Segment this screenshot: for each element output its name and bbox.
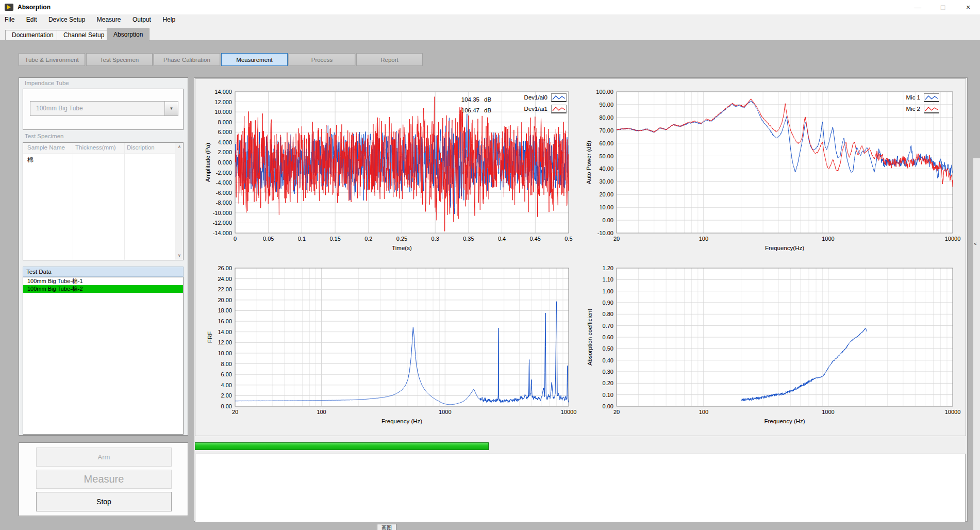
- waveform-icon[interactable]: [924, 93, 939, 102]
- subtab-process[interactable]: Process: [289, 53, 355, 66]
- svg-text:90.00: 90.00: [599, 102, 613, 108]
- subtab-measurement[interactable]: Measurement: [221, 53, 288, 66]
- svg-text:-12.000: -12.000: [213, 220, 232, 226]
- legend-item-mic2[interactable]: Mic 2: [894, 103, 939, 114]
- legend-item-mic1[interactable]: Mic 1: [894, 92, 939, 103]
- svg-text:Absorption coefficient: Absorption coefficient: [587, 308, 593, 366]
- svg-text:1000: 1000: [822, 409, 834, 415]
- svg-text:26.00: 26.00: [218, 265, 232, 271]
- svg-text:6.00: 6.00: [221, 371, 232, 377]
- svg-text:8.00: 8.00: [221, 361, 232, 367]
- legend-label: Mic 2: [894, 106, 920, 112]
- svg-text:24.00: 24.00: [218, 276, 232, 282]
- svg-text:-6.000: -6.000: [216, 190, 232, 196]
- readout-ai0-unit: dB: [484, 96, 491, 103]
- svg-text:10.00: 10.00: [218, 350, 232, 356]
- menu-measure[interactable]: Measure: [92, 14, 126, 25]
- svg-text:0.1: 0.1: [298, 236, 306, 242]
- svg-text:20: 20: [613, 409, 620, 415]
- column-sample-name: Sample Name: [27, 144, 65, 151]
- column-divider: [124, 143, 125, 260]
- menu-device-setup[interactable]: Device Setup: [44, 14, 90, 25]
- close-button[interactable]: ×: [956, 0, 980, 14]
- svg-text:0.15: 0.15: [329, 236, 340, 242]
- svg-text:80.00: 80.00: [599, 114, 613, 121]
- table-scrollbar[interactable]: ∧ ∨: [175, 143, 183, 260]
- chart-frf: 2010010001000026.0024.0022.0020.0018.001…: [198, 261, 575, 433]
- list-item-selected[interactable]: 100mm Big Tube-棉-2: [23, 285, 183, 293]
- svg-text:-4.000: -4.000: [216, 179, 232, 186]
- svg-text:-10.000: -10.000: [213, 210, 232, 216]
- svg-text:14.00: 14.00: [218, 329, 232, 335]
- column-divider: [73, 143, 73, 260]
- svg-text:0.30: 0.30: [603, 369, 613, 375]
- subtab-tube-environment[interactable]: Tube & Environment: [19, 53, 85, 66]
- subtab-report[interactable]: Report: [356, 53, 423, 66]
- waveform-icon[interactable]: [924, 105, 939, 113]
- scroll-up-icon[interactable]: ∧: [175, 143, 184, 151]
- test-data-list[interactable]: 100mm Big Tube-棉-1 100mm Big Tube-棉-2: [23, 277, 184, 435]
- menu-output[interactable]: Output: [128, 14, 156, 25]
- progress-bar: [195, 442, 489, 450]
- svg-text:0.45: 0.45: [530, 236, 541, 242]
- tab-channel-setup[interactable]: Channel Setup: [57, 30, 111, 40]
- measure-button: Measure: [36, 470, 172, 489]
- svg-text:10.000: 10.000: [214, 109, 232, 115]
- svg-text:0.5: 0.5: [564, 236, 572, 242]
- list-item[interactable]: 100mm Big Tube-棉-1: [23, 277, 183, 285]
- legend-item-dev1-ai1[interactable]: Dev1/ai1: [517, 103, 567, 114]
- app-icon: [5, 4, 13, 11]
- waveform-icon[interactable]: [551, 105, 567, 113]
- svg-text:0.90: 0.90: [603, 300, 613, 306]
- svg-text:6.000: 6.000: [218, 129, 232, 135]
- progress-fill: [195, 443, 488, 450]
- table-row-sample-name[interactable]: 棉: [27, 156, 34, 164]
- svg-text:40.00: 40.00: [599, 165, 613, 172]
- svg-text:16.00: 16.00: [218, 318, 232, 324]
- svg-text:Frequency (Hz): Frequency (Hz): [381, 418, 422, 424]
- svg-text:0.4: 0.4: [498, 236, 506, 242]
- subtab-phase-calibration[interactable]: Phase Calibration: [154, 53, 220, 66]
- cutoff-bottom-button[interactable]: 画图: [377, 524, 396, 530]
- svg-text:1.00: 1.00: [603, 288, 613, 294]
- svg-text:0.00: 0.00: [221, 403, 232, 409]
- svg-text:Amplitude (Pa): Amplitude (Pa): [205, 143, 211, 182]
- svg-text:2.00: 2.00: [221, 392, 232, 399]
- legend-label: Mic 1: [894, 94, 920, 101]
- waveform-icon[interactable]: [551, 93, 567, 102]
- impedance-tube-value: 100mm Big Tube: [36, 102, 83, 115]
- tab-documentation[interactable]: Documentation: [5, 30, 60, 40]
- impedance-tube-dropdown[interactable]: 100mm Big Tube ▼: [30, 101, 178, 116]
- legend-label: Dev1/ai1: [517, 106, 547, 112]
- svg-text:-2.000: -2.000: [216, 170, 232, 176]
- test-data-label: Test Data: [23, 267, 184, 277]
- scroll-down-icon[interactable]: ∨: [175, 252, 184, 259]
- minimize-button[interactable]: —: [906, 0, 929, 14]
- menu-file[interactable]: File: [0, 14, 19, 25]
- svg-text:1.20: 1.20: [603, 265, 613, 271]
- right-scrollbar[interactable]: [973, 158, 980, 530]
- svg-text:0.00: 0.00: [603, 217, 613, 223]
- svg-text:0.50: 0.50: [603, 345, 613, 352]
- svg-text:0.2: 0.2: [364, 236, 372, 242]
- maximize-button: □: [931, 0, 955, 14]
- svg-text:100.00: 100.00: [596, 89, 613, 95]
- svg-text:0.10: 0.10: [603, 392, 613, 398]
- test-specimen-table[interactable]: Sample Name Thickness(mm) Discription 棉 …: [23, 142, 184, 260]
- menu-help[interactable]: Help: [158, 14, 180, 25]
- subtab-test-specimen[interactable]: Test Specimen: [86, 53, 153, 66]
- chart-absorption: 201001000100001.201.101.000.900.800.700.…: [583, 261, 968, 433]
- legend-item-dev1-ai0[interactable]: Dev1/ai0: [517, 92, 567, 103]
- svg-text:0: 0: [234, 236, 237, 242]
- stop-button[interactable]: Stop: [36, 492, 172, 511]
- tab-strip: Documentation Channel Setup Absorption: [0, 25, 980, 40]
- svg-text:FRF: FRF: [207, 332, 213, 343]
- svg-text:10000: 10000: [945, 236, 961, 242]
- menu-edit[interactable]: Edit: [22, 14, 42, 25]
- chevron-down-icon[interactable]: ▼: [164, 102, 178, 115]
- tab-absorption[interactable]: Absorption: [107, 28, 150, 41]
- svg-text:0.05: 0.05: [263, 236, 274, 242]
- scroll-left-icon[interactable]: <: [974, 241, 976, 246]
- svg-text:0.80: 0.80: [603, 311, 613, 317]
- readout-ai0: 104.35 dB: [456, 94, 491, 105]
